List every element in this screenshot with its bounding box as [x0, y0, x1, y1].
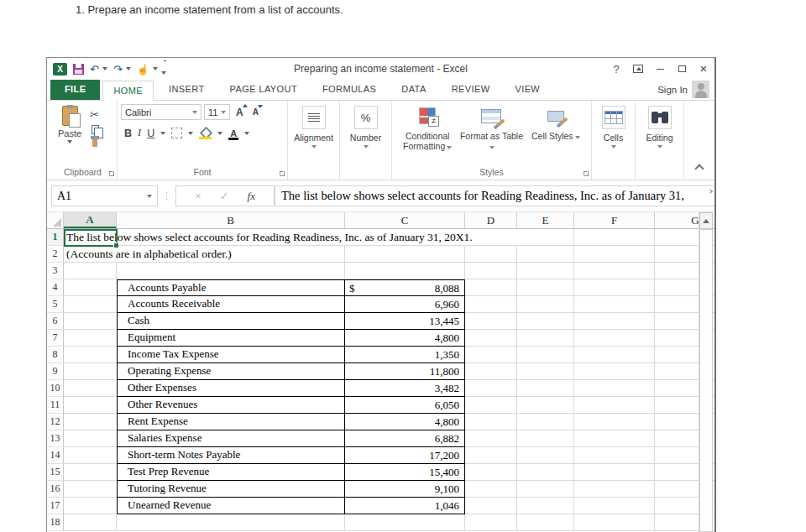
number-dropdown-icon[interactable]	[364, 145, 369, 149]
underline-dropdown-icon[interactable]	[160, 132, 165, 135]
cell-E1[interactable]	[517, 229, 574, 246]
cell-C5[interactable]: 6,960	[345, 296, 465, 313]
cell-B16[interactable]: Tutoring Revenue	[117, 481, 345, 498]
cell-E3[interactable]	[517, 263, 574, 279]
name-box[interactable]: A1	[51, 185, 158, 206]
cell-C12[interactable]: 4,800	[345, 414, 465, 430]
cell-C6[interactable]: 13,445	[345, 313, 465, 330]
cell-C10[interactable]: 3,482	[345, 380, 465, 397]
name-box-dropdown-icon[interactable]	[147, 195, 152, 198]
cell-C3[interactable]	[345, 263, 465, 279]
cell-B9[interactable]: Operating Expense	[117, 363, 345, 380]
editing-group[interactable]: Editing	[636, 101, 684, 180]
cell-D8[interactable]	[465, 347, 517, 363]
cell-B11[interactable]: Other Revenues	[117, 397, 345, 414]
col-header-B[interactable]: B	[117, 212, 345, 228]
formula-input[interactable]: The list below shows select accounts for…	[275, 185, 714, 206]
cell-D12[interactable]	[465, 414, 517, 430]
cell-styles-button[interactable]: Cell Styles	[524, 102, 588, 166]
cell-F6[interactable]	[574, 313, 655, 330]
cell-F11[interactable]	[574, 397, 655, 414]
cell-F2[interactable]	[574, 246, 655, 263]
sign-in[interactable]: Sign In	[657, 81, 709, 98]
cell-C8[interactable]: 1,350	[345, 347, 465, 363]
select-all-button[interactable]	[47, 212, 64, 228]
cell-D1[interactable]	[465, 229, 517, 246]
alignment-icon[interactable]	[302, 106, 326, 129]
cells-icon[interactable]	[602, 106, 625, 129]
number-group[interactable]: % Number	[340, 101, 392, 180]
cell-D17[interactable]	[465, 498, 517, 514]
cell-F5[interactable]	[574, 296, 655, 313]
cell-D3[interactable]	[465, 263, 517, 279]
format-as-table-button[interactable]: Format as Table	[459, 102, 523, 166]
cell-C9[interactable]: 11,800	[345, 363, 465, 380]
alignment-dropdown-icon[interactable]	[311, 145, 317, 149]
shrink-font-button[interactable]: A	[249, 107, 262, 117]
cell-B5[interactable]: Accounts Receivable	[117, 296, 345, 313]
number-format-icon[interactable]: %	[354, 106, 378, 129]
close-button[interactable]: ×	[693, 60, 714, 78]
fill-color-icon[interactable]	[199, 128, 212, 138]
tab-review[interactable]: REVIEW	[442, 80, 500, 100]
cell-A15[interactable]	[64, 464, 117, 481]
col-header-C[interactable]: C	[345, 212, 465, 228]
font-dialog-launcher-icon[interactable]	[280, 171, 285, 176]
italic-button[interactable]: I	[138, 127, 141, 139]
undo-icon[interactable]	[90, 61, 99, 76]
underline-button[interactable]: U	[147, 128, 154, 139]
cell-C18[interactable]	[345, 514, 465, 531]
cell-A10[interactable]	[64, 380, 117, 397]
cell-F14[interactable]	[574, 447, 655, 464]
redo-dropdown-icon[interactable]	[126, 67, 131, 70]
cell-C7[interactable]: 4,800	[345, 330, 465, 347]
row-header-3[interactable]: 3	[47, 263, 64, 279]
cut-icon[interactable]	[90, 107, 99, 122]
cell-F7[interactable]	[574, 330, 655, 347]
touch-mode-dropdown-icon[interactable]	[153, 67, 158, 70]
touch-mode-icon[interactable]	[137, 61, 149, 76]
cell-D13[interactable]	[465, 430, 517, 447]
clipboard-dialog-launcher-icon[interactable]	[109, 171, 114, 176]
cell-B3[interactable]	[117, 263, 345, 279]
borders-icon[interactable]	[171, 128, 182, 138]
cell-A14[interactable]	[64, 447, 117, 464]
vertical-scrollbar[interactable]	[699, 212, 713, 532]
cell-E9[interactable]	[517, 363, 574, 380]
cell-B17[interactable]: Unearned Revenue	[117, 498, 345, 514]
enter-icon[interactable]: ✓	[220, 190, 229, 202]
cell-E11[interactable]	[517, 397, 574, 414]
cell-F15[interactable]	[574, 464, 655, 481]
cell-A1[interactable]: The list below shows select accounts for…	[64, 229, 117, 246]
row-header-15[interactable]: 15	[47, 464, 64, 481]
cell-A4[interactable]	[64, 279, 117, 296]
cell-C4[interactable]: $8,088	[345, 279, 465, 296]
cell-E14[interactable]	[517, 447, 574, 464]
row-header-17[interactable]: 17	[47, 498, 64, 514]
cell-A18[interactable]	[64, 514, 117, 531]
cell-F17[interactable]	[574, 498, 655, 514]
tab-insert[interactable]: INSERT	[159, 80, 215, 100]
cell-F13[interactable]	[574, 430, 655, 447]
scroll-up-icon[interactable]	[699, 212, 713, 229]
customize-qat-icon[interactable]	[164, 60, 166, 78]
row-header-11[interactable]: 11	[47, 397, 64, 414]
cell-F3[interactable]	[574, 263, 655, 279]
scrollbar-thumb[interactable]	[699, 229, 713, 532]
cell-B8[interactable]: Income Tax Expense	[117, 347, 345, 363]
cells-group[interactable]: Cells	[592, 101, 636, 180]
bold-button[interactable]: B	[124, 128, 132, 139]
cell-B13[interactable]: Salaries Expense	[117, 430, 345, 447]
cell-E8[interactable]	[517, 347, 574, 363]
fill-color-dropdown-icon[interactable]	[217, 132, 222, 135]
row-header-14[interactable]: 14	[47, 447, 64, 464]
cell-B4[interactable]: Accounts Payable	[117, 279, 345, 296]
cancel-icon[interactable]: ×	[195, 190, 202, 202]
cell-D6[interactable]	[465, 313, 517, 330]
row-header-1[interactable]: 1	[47, 229, 64, 246]
cell-E18[interactable]	[517, 514, 574, 531]
collapse-ribbon-icon[interactable]	[694, 164, 704, 173]
cell-D14[interactable]	[465, 447, 517, 464]
cell-C13[interactable]: 6,882	[345, 430, 465, 447]
cell-D7[interactable]	[465, 330, 517, 347]
